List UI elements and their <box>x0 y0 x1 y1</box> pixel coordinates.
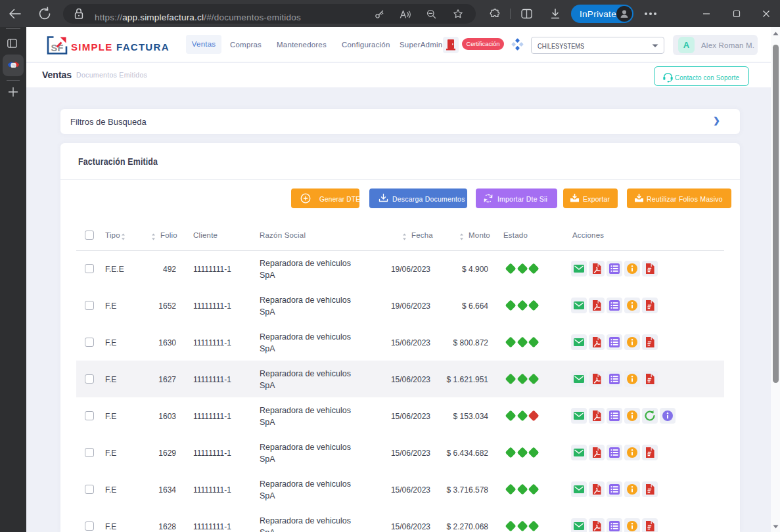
svg-text:SF: SF <box>51 43 64 53</box>
